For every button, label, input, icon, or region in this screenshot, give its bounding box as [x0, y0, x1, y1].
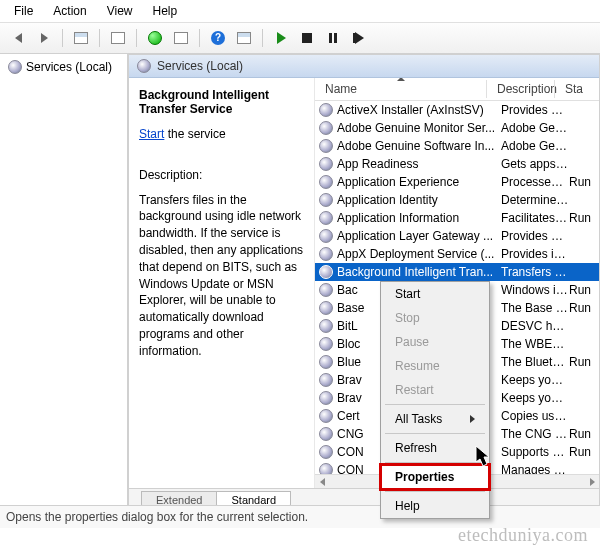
start-suffix: the service — [164, 127, 225, 141]
menu-file[interactable]: File — [6, 2, 41, 20]
service-row[interactable]: Application ExperienceProcesses a...Run — [315, 173, 599, 191]
service-row[interactable]: Adobe Genuine Software In...Adobe Gen... — [315, 137, 599, 155]
pause-service-button[interactable] — [321, 27, 345, 49]
service-row[interactable]: Application InformationFacilitates t...R… — [315, 209, 599, 227]
service-name: ActiveX Installer (AxInstSV) — [337, 103, 501, 117]
restart-service-button[interactable] — [347, 27, 371, 49]
column-header-status[interactable]: Sta — [555, 78, 585, 100]
submenu-arrow-icon — [470, 415, 475, 423]
service-description: Keeps your ... — [501, 373, 569, 387]
export-button[interactable] — [169, 27, 193, 49]
service-status: Run — [569, 355, 599, 369]
service-description: Facilitates t... — [501, 211, 569, 225]
context-menu: Start Stop Pause Resume Restart All Task… — [380, 281, 490, 519]
service-row[interactable]: Background Intelligent Tran...Transfers … — [315, 263, 599, 281]
gear-icon — [319, 409, 333, 423]
ctx-all-tasks[interactable]: All Tasks — [381, 407, 489, 431]
forward-button[interactable] — [32, 27, 56, 49]
content-panes: Services (Local) Services (Local) Backgr… — [0, 54, 600, 509]
help-icon: ? — [211, 31, 225, 45]
gear-icon — [319, 247, 333, 261]
service-row[interactable]: Adobe Genuine Monitor Ser...Adobe Gen... — [315, 119, 599, 137]
gear-icon — [319, 355, 333, 369]
gear-icon — [319, 373, 333, 387]
service-row[interactable]: Application Layer Gateway ...Provides su… — [315, 227, 599, 245]
detail-desc-text: Transfers files in the background using … — [139, 192, 304, 360]
ctx-separator — [385, 404, 485, 405]
ctx-start[interactable]: Start — [381, 282, 489, 306]
service-description: Transfers fil... — [501, 265, 569, 279]
ctx-restart: Restart — [381, 378, 489, 402]
service-status: Run — [569, 445, 599, 459]
toolbar-separator — [136, 29, 137, 47]
gear-icon — [319, 103, 333, 117]
inner-title-text: Services (Local) — [157, 59, 243, 73]
ctx-resume: Resume — [381, 354, 489, 378]
toolbar-separator — [262, 29, 263, 47]
detail-heading: Background Intelligent Transfer Service — [139, 88, 304, 116]
back-button[interactable] — [6, 27, 30, 49]
start-service-button[interactable] — [269, 27, 293, 49]
export-icon — [174, 32, 188, 44]
ctx-stop: Stop — [381, 306, 489, 330]
gear-icon — [137, 59, 151, 73]
column-header-description[interactable]: Description — [487, 78, 555, 100]
tree-node-label: Services (Local) — [26, 60, 112, 74]
detail-desc-label: Description: — [139, 167, 304, 184]
service-description: Determines ... — [501, 193, 569, 207]
play-icon — [277, 32, 286, 44]
panel-icon — [74, 32, 88, 44]
start-link[interactable]: Start — [139, 127, 164, 141]
gear-icon — [319, 211, 333, 225]
service-name: Application Layer Gateway ... — [337, 229, 501, 243]
inner-title-bar: Services (Local) — [129, 55, 599, 78]
service-name: Background Intelligent Tran... — [337, 265, 501, 279]
ctx-separator — [385, 433, 485, 434]
menu-view[interactable]: View — [99, 2, 141, 20]
service-description: Adobe Gen... — [501, 121, 569, 135]
ctx-separator — [385, 491, 485, 492]
service-status: Run — [569, 283, 599, 297]
gear-icon — [319, 427, 333, 441]
ctx-pause: Pause — [381, 330, 489, 354]
service-row[interactable]: Application IdentityDetermines ... — [315, 191, 599, 209]
toolbar-separator — [99, 29, 100, 47]
tree-pane: Services (Local) — [0, 54, 128, 509]
column-header-name[interactable]: Name — [315, 78, 487, 100]
gear-icon — [319, 157, 333, 171]
refresh-icon — [148, 31, 162, 45]
properties-button[interactable] — [232, 27, 256, 49]
menu-action[interactable]: Action — [45, 2, 94, 20]
gear-icon — [319, 175, 333, 189]
detail-panel: Background Intelligent Transfer Service … — [129, 78, 314, 488]
sort-ascending-icon — [397, 78, 405, 81]
export-list-button[interactable] — [106, 27, 130, 49]
stop-service-button[interactable] — [295, 27, 319, 49]
gear-icon — [319, 139, 333, 153]
service-description: Provides inf... — [501, 247, 569, 261]
service-name: Adobe Genuine Software In... — [337, 139, 501, 153]
cursor-pointer-icon — [470, 444, 496, 475]
service-row[interactable]: AppX Deployment Service (...Provides inf… — [315, 245, 599, 263]
ctx-help[interactable]: Help — [381, 494, 489, 518]
show-hide-tree-button[interactable] — [69, 27, 93, 49]
gear-icon — [319, 391, 333, 405]
gear-icon — [319, 283, 333, 297]
tree-node-services-local[interactable]: Services (Local) — [4, 58, 123, 76]
toolbar-separator — [199, 29, 200, 47]
service-row[interactable]: ActiveX Installer (AxInstSV)Provides Us.… — [315, 101, 599, 119]
restart-icon — [355, 32, 364, 44]
gear-icon — [319, 319, 333, 333]
service-description: Adobe Gen... — [501, 139, 569, 153]
scroll-right-icon[interactable] — [585, 475, 599, 488]
menubar: File Action View Help — [0, 0, 600, 23]
refresh-button[interactable] — [143, 27, 167, 49]
service-description: Provides Us... — [501, 103, 569, 117]
detail-start-line: Start the service — [139, 126, 304, 143]
scroll-left-icon[interactable] — [315, 475, 329, 488]
gear-icon — [319, 193, 333, 207]
service-row[interactable]: App ReadinessGets apps re... — [315, 155, 599, 173]
menu-help[interactable]: Help — [145, 2, 186, 20]
help-button[interactable]: ? — [206, 27, 230, 49]
service-status: Run — [569, 175, 599, 189]
